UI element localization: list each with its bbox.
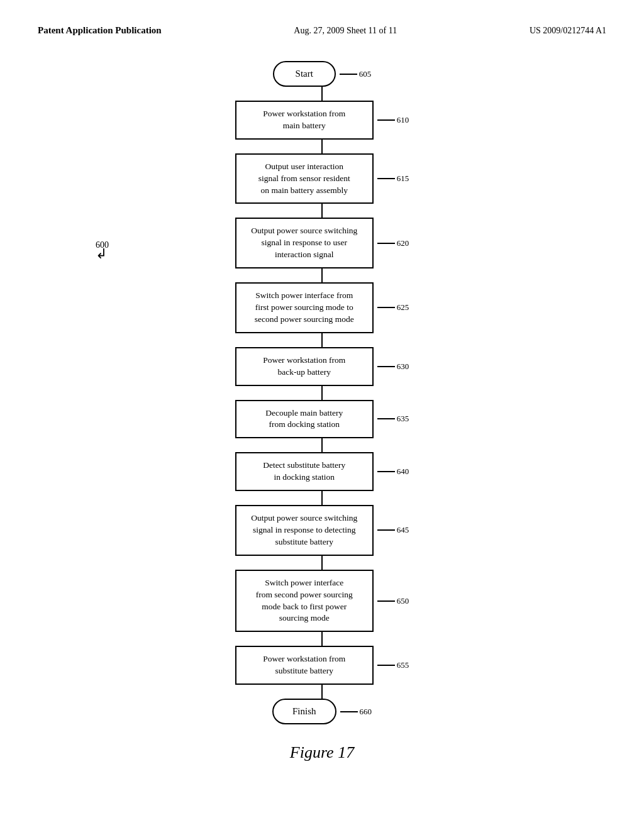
step-615: Output user interaction signal from sens… (235, 153, 374, 204)
step-635-row: Decouple main battery from docking stati… (235, 400, 409, 439)
start-oval: Start (273, 61, 336, 87)
label-610: 610 (377, 115, 409, 125)
label-620: 620 (377, 238, 409, 248)
step-615-row: Output user interaction signal from sens… (235, 153, 409, 204)
step-625: Switch power interface from first power … (235, 282, 374, 333)
header-patent-number: US 2009/0212744 A1 (530, 26, 606, 36)
step-620-row: Output power source switching signal in … (235, 218, 409, 268)
label-650: 650 (377, 596, 409, 606)
label-630: 630 (377, 362, 409, 372)
diagram-container: 600 ↲ Start 605 Power workstation from m… (0, 48, 644, 775)
connector-9-10 (321, 632, 323, 646)
label-635: 635 (377, 414, 409, 424)
step-620: Output power source switching signal in … (235, 218, 374, 268)
header-date-sheet: Aug. 27, 2009 Sheet 11 of 11 (294, 26, 397, 36)
connector-4-5 (321, 333, 323, 347)
connector-1-2 (321, 140, 323, 153)
finish-node-row: Finish 660 (272, 699, 372, 724)
step-625-row: Switch power interface from first power … (235, 282, 409, 333)
step-630-row: Power workstation from back-up battery 6… (235, 347, 409, 386)
step-650: Switch power interface from second power… (235, 570, 374, 633)
figure-caption: Figure 17 (290, 743, 354, 762)
step-610-row: Power workstation from main battery 610 (235, 101, 409, 140)
connector-8-9 (321, 556, 323, 570)
step-635: Decouple main battery from docking stati… (235, 400, 374, 439)
label-655: 655 (377, 660, 409, 670)
start-label: 605 (340, 69, 372, 79)
step-630: Power workstation from back-up battery (235, 347, 374, 386)
step-645-row: Output power source switching signal in … (235, 505, 409, 556)
label-615: 615 (377, 174, 409, 184)
label-640: 640 (377, 467, 409, 477)
step-650-row: Switch power interface from second power… (235, 570, 409, 633)
step-610: Power workstation from main battery (235, 101, 374, 140)
start-node-row: Start 605 (273, 61, 372, 87)
step-655: Power workstation from substitute batter… (235, 646, 374, 685)
label-645: 645 (377, 525, 409, 535)
connector-0-1 (321, 87, 323, 101)
finish-label: 660 (340, 707, 372, 717)
diagram-label-600: 600 ↲ (96, 240, 109, 261)
connector-10-11 (321, 685, 323, 699)
step-640: Detect substitute battery in docking sta… (235, 452, 374, 491)
connector-5-6 (321, 386, 323, 400)
connector-7-8 (321, 491, 323, 505)
connector-3-4 (321, 268, 323, 282)
connector-2-3 (321, 204, 323, 218)
step-640-row: Detect substitute battery in docking sta… (235, 452, 409, 491)
step-655-row: Power workstation from substitute batter… (235, 646, 409, 685)
connector-6-7 (321, 438, 323, 452)
label-625: 625 (377, 302, 409, 313)
page-header: Patent Application Publication Aug. 27, … (0, 0, 644, 48)
step-645: Output power source switching signal in … (235, 505, 374, 556)
finish-oval: Finish (272, 699, 336, 724)
header-publication: Patent Application Publication (38, 25, 162, 36)
